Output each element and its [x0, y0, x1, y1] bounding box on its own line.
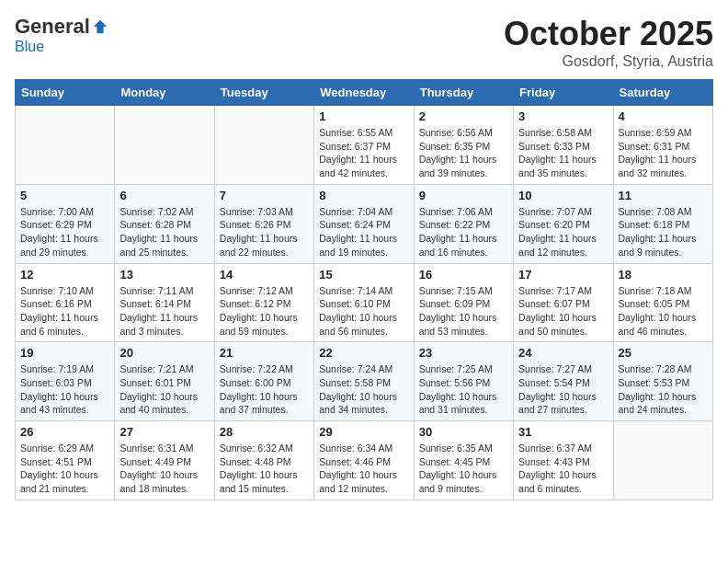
- day-detail: Sunrise: 7:28 AM Sunset: 5:53 PM Dayligh…: [619, 362, 708, 417]
- calendar-day-cell: 19Sunrise: 7:19 AM Sunset: 6:03 PM Dayli…: [16, 342, 115, 421]
- calendar-day-cell: 4Sunrise: 6:59 AM Sunset: 6:31 PM Daylig…: [613, 106, 712, 185]
- calendar-day-cell: 8Sunrise: 7:04 AM Sunset: 6:24 PM Daylig…: [314, 184, 414, 263]
- month-title: October 2025: [504, 15, 713, 53]
- day-detail: Sunrise: 6:37 AM Sunset: 4:43 PM Dayligh…: [518, 442, 608, 496]
- day-detail: Sunrise: 6:55 AM Sunset: 6:37 PM Dayligh…: [319, 126, 408, 180]
- day-detail: Sunrise: 6:29 AM Sunset: 4:51 PM Dayligh…: [20, 442, 109, 496]
- day-detail: Sunrise: 7:08 AM Sunset: 6:18 PM Dayligh…: [619, 205, 708, 259]
- weekday-header: Wednesday: [314, 80, 414, 106]
- day-number: 20: [119, 346, 209, 360]
- svg-marker-0: [94, 20, 107, 33]
- calendar-day-cell: 23Sunrise: 7:25 AM Sunset: 5:56 PM Dayli…: [414, 342, 513, 421]
- day-number: 19: [20, 346, 109, 360]
- day-number: 11: [619, 189, 708, 202]
- day-detail: Sunrise: 7:18 AM Sunset: 6:05 PM Dayligh…: [619, 284, 708, 339]
- calendar-day-cell: 14Sunrise: 7:12 AM Sunset: 6:12 PM Dayli…: [214, 263, 313, 342]
- day-detail: Sunrise: 6:56 AM Sunset: 6:35 PM Dayligh…: [419, 126, 508, 180]
- day-number: 30: [419, 425, 508, 439]
- day-number: 22: [319, 346, 408, 360]
- calendar-day-cell: [16, 106, 115, 185]
- day-detail: Sunrise: 7:19 AM Sunset: 6:03 PM Dayligh…: [20, 362, 109, 417]
- calendar-day-cell: 21Sunrise: 7:22 AM Sunset: 6:00 PM Dayli…: [214, 342, 313, 421]
- day-number: 13: [119, 268, 209, 282]
- day-detail: Sunrise: 6:35 AM Sunset: 4:45 PM Dayligh…: [419, 442, 508, 496]
- day-detail: Sunrise: 7:24 AM Sunset: 5:58 PM Dayligh…: [319, 362, 408, 417]
- day-number: 26: [20, 425, 109, 439]
- day-detail: Sunrise: 7:14 AM Sunset: 6:10 PM Dayligh…: [319, 284, 408, 339]
- day-number: 16: [419, 268, 508, 282]
- calendar-day-cell: 6Sunrise: 7:02 AM Sunset: 6:28 PM Daylig…: [115, 184, 214, 263]
- day-number: 18: [619, 268, 708, 282]
- calendar-day-cell: 3Sunrise: 6:58 AM Sunset: 6:33 PM Daylig…: [514, 106, 613, 185]
- day-detail: Sunrise: 7:06 AM Sunset: 6:22 PM Dayligh…: [419, 205, 508, 259]
- day-number: 23: [419, 346, 508, 360]
- logo: General Blue: [15, 15, 108, 55]
- calendar-day-cell: 15Sunrise: 7:14 AM Sunset: 6:10 PM Dayli…: [314, 263, 414, 342]
- calendar-day-cell: 25Sunrise: 7:28 AM Sunset: 5:53 PM Dayli…: [613, 342, 712, 421]
- page-header: General Blue October 2025 Gosdorf, Styri…: [15, 15, 713, 70]
- day-detail: Sunrise: 7:11 AM Sunset: 6:14 PM Dayligh…: [119, 284, 209, 339]
- day-number: 25: [619, 346, 708, 360]
- calendar-day-cell: 5Sunrise: 7:00 AM Sunset: 6:29 PM Daylig…: [16, 184, 115, 263]
- calendar-week-row: 5Sunrise: 7:00 AM Sunset: 6:29 PM Daylig…: [16, 184, 713, 263]
- day-detail: Sunrise: 7:27 AM Sunset: 5:54 PM Dayligh…: [518, 362, 608, 417]
- calendar-day-cell: 10Sunrise: 7:07 AM Sunset: 6:20 PM Dayli…: [514, 184, 613, 263]
- day-number: 28: [220, 425, 309, 439]
- day-number: 5: [20, 189, 109, 202]
- calendar-week-row: 12Sunrise: 7:10 AM Sunset: 6:16 PM Dayli…: [16, 263, 713, 342]
- day-number: 8: [319, 189, 408, 202]
- weekday-header: Thursday: [414, 80, 513, 106]
- day-number: 7: [220, 189, 309, 202]
- month-info: October 2025 Gosdorf, Styria, Austria: [504, 15, 713, 70]
- calendar-day-cell: 9Sunrise: 7:06 AM Sunset: 6:22 PM Daylig…: [414, 184, 513, 263]
- calendar-day-cell: 30Sunrise: 6:35 AM Sunset: 4:45 PM Dayli…: [414, 421, 513, 500]
- calendar-week-row: 1Sunrise: 6:55 AM Sunset: 6:37 PM Daylig…: [16, 106, 713, 185]
- calendar-day-cell: 24Sunrise: 7:27 AM Sunset: 5:54 PM Dayli…: [514, 342, 613, 421]
- calendar-table: SundayMondayTuesdayWednesdayThursdayFrid…: [15, 79, 713, 500]
- day-detail: Sunrise: 7:04 AM Sunset: 6:24 PM Dayligh…: [319, 205, 408, 259]
- calendar-day-cell: 16Sunrise: 7:15 AM Sunset: 6:09 PM Dayli…: [414, 263, 513, 342]
- day-detail: Sunrise: 7:15 AM Sunset: 6:09 PM Dayligh…: [419, 284, 508, 339]
- day-detail: Sunrise: 6:32 AM Sunset: 4:48 PM Dayligh…: [220, 442, 309, 496]
- day-detail: Sunrise: 7:25 AM Sunset: 5:56 PM Dayligh…: [419, 362, 508, 417]
- day-number: 15: [319, 268, 408, 282]
- weekday-header: Friday: [514, 80, 613, 106]
- calendar-day-cell: [613, 421, 712, 500]
- logo-blue-text: Blue: [15, 39, 44, 55]
- calendar-week-row: 26Sunrise: 6:29 AM Sunset: 4:51 PM Dayli…: [16, 421, 713, 500]
- calendar-day-cell: 20Sunrise: 7:21 AM Sunset: 6:01 PM Dayli…: [115, 342, 214, 421]
- day-number: 14: [220, 268, 309, 282]
- day-detail: Sunrise: 6:31 AM Sunset: 4:49 PM Dayligh…: [119, 442, 209, 496]
- day-detail: Sunrise: 7:17 AM Sunset: 6:07 PM Dayligh…: [518, 284, 608, 339]
- day-detail: Sunrise: 6:59 AM Sunset: 6:31 PM Dayligh…: [619, 126, 708, 180]
- calendar-day-cell: [214, 106, 313, 185]
- day-number: 1: [319, 109, 408, 123]
- weekday-header: Monday: [115, 80, 214, 106]
- day-detail: Sunrise: 7:00 AM Sunset: 6:29 PM Dayligh…: [20, 205, 109, 259]
- day-detail: Sunrise: 7:03 AM Sunset: 6:26 PM Dayligh…: [220, 205, 309, 259]
- day-number: 6: [119, 189, 209, 202]
- calendar-day-cell: 26Sunrise: 6:29 AM Sunset: 4:51 PM Dayli…: [16, 421, 115, 500]
- logo-icon: [92, 18, 108, 35]
- day-number: 9: [419, 189, 508, 202]
- day-detail: Sunrise: 6:34 AM Sunset: 4:46 PM Dayligh…: [319, 442, 408, 496]
- calendar-day-cell: 18Sunrise: 7:18 AM Sunset: 6:05 PM Dayli…: [613, 263, 712, 342]
- day-number: 2: [419, 109, 508, 123]
- calendar-day-cell: 11Sunrise: 7:08 AM Sunset: 6:18 PM Dayli…: [613, 184, 712, 263]
- day-number: 24: [518, 346, 608, 360]
- day-number: 12: [20, 268, 109, 282]
- day-detail: Sunrise: 7:02 AM Sunset: 6:28 PM Dayligh…: [119, 205, 209, 259]
- day-number: 10: [518, 189, 608, 202]
- weekday-header-row: SundayMondayTuesdayWednesdayThursdayFrid…: [16, 80, 713, 106]
- day-number: 29: [319, 425, 408, 439]
- calendar-day-cell: 29Sunrise: 6:34 AM Sunset: 4:46 PM Dayli…: [314, 421, 414, 500]
- calendar-day-cell: 22Sunrise: 7:24 AM Sunset: 5:58 PM Dayli…: [314, 342, 414, 421]
- calendar-week-row: 19Sunrise: 7:19 AM Sunset: 6:03 PM Dayli…: [16, 342, 713, 421]
- calendar-day-cell: 7Sunrise: 7:03 AM Sunset: 6:26 PM Daylig…: [214, 184, 313, 263]
- day-number: 27: [119, 425, 209, 439]
- calendar-day-cell: [115, 106, 214, 185]
- day-detail: Sunrise: 6:58 AM Sunset: 6:33 PM Dayligh…: [518, 126, 608, 180]
- calendar-day-cell: 31Sunrise: 6:37 AM Sunset: 4:43 PM Dayli…: [514, 421, 613, 500]
- weekday-header: Tuesday: [214, 80, 313, 106]
- day-detail: Sunrise: 7:22 AM Sunset: 6:00 PM Dayligh…: [220, 362, 309, 417]
